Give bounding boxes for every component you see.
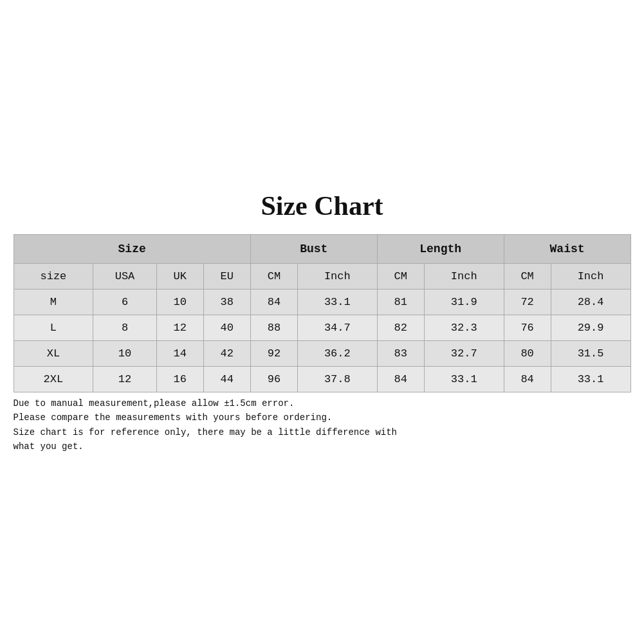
table-cell: M — [14, 289, 93, 315]
page-title: Size Chart — [14, 190, 631, 221]
table-row: 2XL1216449637.88433.18433.1 — [14, 366, 630, 392]
header-bust: Bust — [250, 234, 377, 263]
table-cell: 42 — [203, 340, 250, 366]
table-cell: 92 — [250, 340, 297, 366]
subheader-eu: EU — [203, 263, 250, 289]
table-cell: 44 — [203, 366, 250, 392]
table-cell: 31.9 — [424, 289, 504, 315]
table-cell: 34.7 — [297, 315, 377, 340]
table-cell: 29.9 — [551, 315, 630, 340]
subheader-bust-inch: Inch — [297, 263, 377, 289]
notes-line4: what you get. — [14, 439, 631, 454]
table-row: L812408834.78232.37629.9 — [14, 315, 630, 340]
table-cell: 12 — [156, 315, 203, 340]
table-cell: 38 — [203, 289, 250, 315]
table-cell: 10 — [156, 289, 203, 315]
notes-line3: Size chart is for reference only, there … — [14, 425, 631, 439]
table-cell: 82 — [377, 315, 424, 340]
subheader-bust-cm: CM — [250, 263, 297, 289]
subheader-uk: UK — [156, 263, 203, 289]
subheader-length-inch: Inch — [424, 263, 504, 289]
table-cell: 84 — [504, 366, 551, 392]
table-cell: 84 — [377, 366, 424, 392]
table-cell: XL — [14, 340, 93, 366]
table-cell: 80 — [504, 340, 551, 366]
table-cell: 12 — [93, 366, 156, 392]
notes-line1: Due to manual measurement,please allow ±… — [14, 396, 631, 410]
table-cell: 10 — [93, 340, 156, 366]
table-cell: 14 — [156, 340, 203, 366]
table-cell: 37.8 — [297, 366, 377, 392]
table-body: M610388433.18131.97228.4L812408834.78232… — [14, 289, 630, 392]
table-row: XL1014429236.28332.78031.5 — [14, 340, 630, 366]
notes-section: Due to manual measurement,please allow ±… — [14, 396, 631, 454]
table-cell: 81 — [377, 289, 424, 315]
notes-line2: Please compare the measurements with you… — [14, 410, 631, 425]
header-waist: Waist — [504, 234, 630, 263]
table-cell: 2XL — [14, 366, 93, 392]
table-cell: 84 — [250, 289, 297, 315]
table-cell: 72 — [504, 289, 551, 315]
table-cell: 36.2 — [297, 340, 377, 366]
subheader-length-cm: CM — [377, 263, 424, 289]
table-cell: 83 — [377, 340, 424, 366]
table-cell: 8 — [93, 315, 156, 340]
table-cell: 6 — [93, 289, 156, 315]
subheader-waist-cm: CM — [504, 263, 551, 289]
table-cell: 31.5 — [551, 340, 630, 366]
table-cell: 32.3 — [424, 315, 504, 340]
table-cell: 88 — [250, 315, 297, 340]
size-chart-table: Size Bust Length Waist size USA UK EU CM… — [14, 234, 631, 392]
table-cell: 32.7 — [424, 340, 504, 366]
table-cell: 28.4 — [551, 289, 630, 315]
table-row: M610388433.18131.97228.4 — [14, 289, 630, 315]
table-cell: 40 — [203, 315, 250, 340]
subheader-size: size — [14, 263, 93, 289]
header-length: Length — [377, 234, 504, 263]
subheader-waist-inch: Inch — [551, 263, 630, 289]
header-size: Size — [14, 234, 250, 263]
table-cell: 33.1 — [297, 289, 377, 315]
subheader-usa: USA — [93, 263, 156, 289]
table-header-group-row: Size Bust Length Waist — [14, 234, 630, 263]
table-subheader-row: size USA UK EU CM Inch CM Inch CM Inch — [14, 263, 630, 289]
page-container: Size Chart Size Bust Length Waist size U… — [14, 178, 631, 467]
table-cell: L — [14, 315, 93, 340]
table-cell: 16 — [156, 366, 203, 392]
table-cell: 33.1 — [551, 366, 630, 392]
table-cell: 76 — [504, 315, 551, 340]
table-cell: 96 — [250, 366, 297, 392]
table-cell: 33.1 — [424, 366, 504, 392]
